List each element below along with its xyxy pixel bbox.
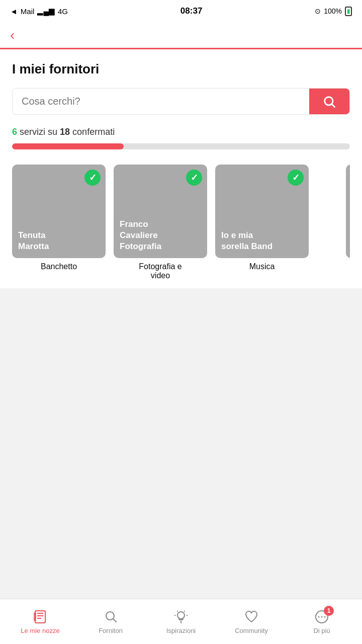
status-time: 08:37 — [180, 6, 202, 16]
card-name-musica: Io e miasorella Band — [221, 230, 273, 252]
nav-item-di-piu[interactable]: 1 Di più — [299, 609, 344, 634]
svg-line-8 — [113, 619, 116, 622]
svg-point-18 — [324, 616, 326, 618]
search-button[interactable] — [309, 89, 349, 114]
cards-row: TenutaMarotta Banchetto FrancoCavaliereF… — [12, 165, 350, 288]
gray-area — [0, 288, 362, 520]
nav-item-community[interactable]: Community — [229, 609, 274, 634]
nav-label-community: Community — [235, 627, 268, 634]
progress-label2: confermati — [72, 127, 115, 137]
svg-rect-2 — [35, 611, 45, 623]
carrier: Mail — [21, 7, 35, 16]
card-category-fotografia: Fotografia evideo — [139, 262, 182, 280]
battery-icon: ▮ — [345, 7, 352, 16]
progress-confirmed-count: 6 — [12, 127, 17, 137]
svg-point-17 — [321, 616, 323, 618]
page-title: I miei fornitori — [12, 61, 350, 77]
search-container — [12, 88, 350, 115]
nav-label-di-piu: Di più — [313, 627, 330, 634]
nav-icon-le-mie-nozze — [32, 609, 48, 625]
card-fotografia[interactable]: FrancoCavaliereFotografia — [114, 165, 207, 258]
nav-item-le-mie-nozze[interactable]: Le mie nozze — [18, 609, 63, 634]
nav-icon-fornitori — [103, 609, 119, 625]
card-category-musica: Musica — [249, 262, 275, 271]
nav-icon-community — [243, 609, 259, 625]
back-arrow-status: ◄ — [10, 7, 18, 16]
progress-bar-fill — [12, 143, 124, 149]
nav-item-fornitori[interactable]: Fornitori — [88, 609, 133, 634]
nav-icon-ispirazioni — [173, 609, 189, 625]
nav-icon-wrapper-di-piu: 1 — [314, 609, 330, 625]
status-bar: ◄ Mail ▂▄▆ 4G 08:37 ⊙ 100% ▮ — [0, 0, 362, 22]
search-input[interactable] — [13, 89, 309, 114]
card-wrapper-musica: Io e miasorella Band Musica — [215, 165, 309, 280]
progress-label1: servizi su — [20, 127, 57, 137]
network-type: 4G — [58, 7, 68, 16]
card-name-banchetto: TenutaMarotta — [18, 230, 49, 252]
card-wrapper-partial: Pa... — [317, 165, 350, 280]
card-category-banchetto: Banchetto — [41, 262, 77, 271]
battery-percent: 100% — [324, 7, 342, 15]
di-piu-badge: 1 — [324, 606, 334, 616]
svg-point-9 — [177, 612, 185, 619]
screen-time-icon: ⊙ — [315, 7, 321, 15]
main-content: I miei fornitori 6 servizi su 18 conferm… — [0, 49, 362, 288]
signal-bars: ▂▄▆ — [37, 7, 55, 16]
search-circle-icon — [103, 609, 118, 624]
back-button[interactable]: ‹ — [10, 28, 15, 42]
card-name-fotografia: FrancoCavaliereFotografia — [120, 219, 161, 252]
card-partial[interactable] — [346, 165, 350, 258]
search-icon — [322, 95, 336, 109]
card-wrapper-banchetto: TenutaMarotta Banchetto — [12, 165, 106, 280]
progress-bar-background — [12, 143, 350, 149]
heart-icon — [244, 609, 259, 624]
nav-item-ispirazioni[interactable]: Ispirazioni — [158, 609, 204, 634]
bottom-nav: Le mie nozze Fornitori Ispirazioni — [0, 599, 362, 644]
status-left: ◄ Mail ▂▄▆ 4G — [10, 7, 68, 16]
top-nav: ‹ — [0, 22, 362, 49]
card-wrapper-fotografia: FrancoCavaliereFotografia Fotografia evi… — [114, 165, 207, 280]
notebook-icon — [33, 609, 48, 624]
progress-total-count: 18 — [60, 127, 70, 137]
card-banchetto[interactable]: TenutaMarotta — [12, 165, 106, 258]
bulb-icon — [173, 609, 189, 624]
nav-label-fornitori: Fornitori — [99, 627, 123, 634]
progress-info: 6 servizi su 18 confermati — [12, 127, 350, 137]
card-check-musica — [288, 170, 304, 186]
svg-point-16 — [318, 616, 320, 618]
nav-label-le-mie-nozze: Le mie nozze — [21, 627, 59, 634]
card-check-banchetto — [84, 170, 101, 186]
card-check-fotografia — [186, 170, 202, 186]
nav-label-ispirazioni: Ispirazioni — [166, 627, 196, 634]
status-right: ⊙ 100% ▮ — [315, 7, 352, 16]
card-musica[interactable]: Io e miasorella Band — [215, 165, 309, 258]
svg-line-1 — [332, 104, 334, 107]
